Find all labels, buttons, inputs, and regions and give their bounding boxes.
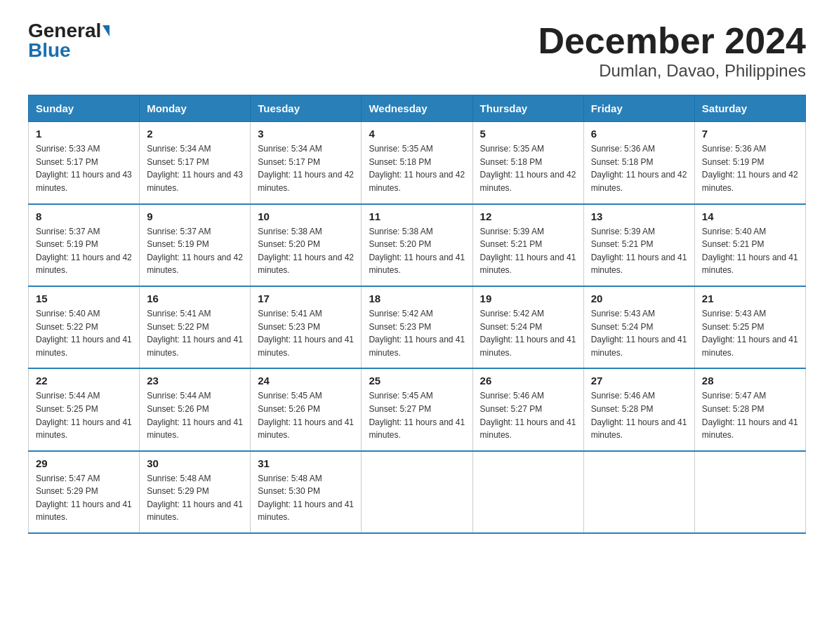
day-info: Sunrise: 5:39 AMSunset: 5:21 PMDaylight:… <box>480 227 576 276</box>
calendar-day-cell: 16 Sunrise: 5:41 AMSunset: 5:22 PMDaylig… <box>140 286 251 368</box>
day-number: 6 <box>591 128 687 140</box>
calendar-day-cell: 28 Sunrise: 5:47 AMSunset: 5:28 PMDaylig… <box>694 368 805 450</box>
calendar-day-cell <box>583 451 694 533</box>
calendar-day-cell: 2 Sunrise: 5:34 AMSunset: 5:17 PMDayligh… <box>140 122 251 204</box>
day-number: 25 <box>369 375 465 387</box>
day-info: Sunrise: 5:45 AMSunset: 5:27 PMDaylight:… <box>369 391 465 440</box>
day-info: Sunrise: 5:36 AMSunset: 5:18 PMDaylight:… <box>591 144 687 193</box>
day-info: Sunrise: 5:40 AMSunset: 5:21 PMDaylight:… <box>702 227 798 276</box>
calendar-week-row: 15 Sunrise: 5:40 AMSunset: 5:22 PMDaylig… <box>29 286 806 368</box>
calendar-header-row: SundayMondayTuesdayWednesdayThursdayFrid… <box>29 95 806 122</box>
day-info: Sunrise: 5:41 AMSunset: 5:23 PMDaylight:… <box>258 309 354 358</box>
day-number: 27 <box>591 375 687 387</box>
calendar-day-cell: 14 Sunrise: 5:40 AMSunset: 5:21 PMDaylig… <box>694 204 805 286</box>
day-number: 10 <box>258 210 354 222</box>
calendar-day-cell: 3 Sunrise: 5:34 AMSunset: 5:17 PMDayligh… <box>251 122 362 204</box>
day-info: Sunrise: 5:44 AMSunset: 5:25 PMDaylight:… <box>36 391 132 440</box>
logo-general-text: General <box>28 21 101 41</box>
calendar-day-cell: 25 Sunrise: 5:45 AMSunset: 5:27 PMDaylig… <box>362 368 472 450</box>
calendar-day-cell: 1 Sunrise: 5:33 AMSunset: 5:17 PMDayligh… <box>29 122 140 204</box>
calendar-day-cell: 31 Sunrise: 5:48 AMSunset: 5:30 PMDaylig… <box>251 451 362 533</box>
day-info: Sunrise: 5:35 AMSunset: 5:18 PMDaylight:… <box>369 144 465 193</box>
day-info: Sunrise: 5:43 AMSunset: 5:25 PMDaylight:… <box>702 309 798 358</box>
day-number: 24 <box>258 375 354 387</box>
logo-triangle-icon <box>102 25 110 36</box>
calendar-header-saturday: Saturday <box>694 95 805 122</box>
calendar-day-cell: 23 Sunrise: 5:44 AMSunset: 5:26 PMDaylig… <box>140 368 251 450</box>
day-number: 9 <box>147 210 243 222</box>
day-info: Sunrise: 5:42 AMSunset: 5:24 PMDaylight:… <box>480 309 576 358</box>
day-info: Sunrise: 5:44 AMSunset: 5:26 PMDaylight:… <box>147 391 243 440</box>
day-number: 22 <box>36 375 132 387</box>
calendar-header-wednesday: Wednesday <box>362 95 472 122</box>
calendar-day-cell: 12 Sunrise: 5:39 AMSunset: 5:21 PMDaylig… <box>472 204 583 286</box>
calendar-day-cell <box>472 451 583 533</box>
day-info: Sunrise: 5:42 AMSunset: 5:23 PMDaylight:… <box>369 309 465 358</box>
calendar-day-cell: 21 Sunrise: 5:43 AMSunset: 5:25 PMDaylig… <box>694 286 805 368</box>
day-info: Sunrise: 5:34 AMSunset: 5:17 PMDaylight:… <box>258 144 354 193</box>
day-number: 1 <box>36 128 132 140</box>
day-info: Sunrise: 5:33 AMSunset: 5:17 PMDaylight:… <box>36 144 132 193</box>
day-number: 18 <box>369 293 465 304</box>
day-info: Sunrise: 5:47 AMSunset: 5:29 PMDaylight:… <box>36 474 132 523</box>
day-info: Sunrise: 5:37 AMSunset: 5:19 PMDaylight:… <box>36 227 132 276</box>
day-info: Sunrise: 5:34 AMSunset: 5:17 PMDaylight:… <box>147 144 243 193</box>
calendar-day-cell: 24 Sunrise: 5:45 AMSunset: 5:26 PMDaylig… <box>251 368 362 450</box>
day-info: Sunrise: 5:46 AMSunset: 5:28 PMDaylight:… <box>591 391 687 440</box>
calendar-day-cell: 15 Sunrise: 5:40 AMSunset: 5:22 PMDaylig… <box>29 286 140 368</box>
day-number: 30 <box>147 457 243 469</box>
calendar-header-thursday: Thursday <box>472 95 583 122</box>
day-number: 8 <box>36 210 132 222</box>
day-info: Sunrise: 5:45 AMSunset: 5:26 PMDaylight:… <box>258 391 354 440</box>
day-number: 28 <box>702 375 798 387</box>
calendar-day-cell <box>362 451 472 533</box>
calendar-day-cell: 10 Sunrise: 5:38 AMSunset: 5:20 PMDaylig… <box>251 204 362 286</box>
title-area: December 2024 Dumlan, Davao, Philippines <box>538 21 806 81</box>
calendar-header-monday: Monday <box>140 95 251 122</box>
calendar-day-cell: 17 Sunrise: 5:41 AMSunset: 5:23 PMDaylig… <box>251 286 362 368</box>
calendar-day-cell: 27 Sunrise: 5:46 AMSunset: 5:28 PMDaylig… <box>583 368 694 450</box>
day-number: 13 <box>591 210 687 222</box>
page-subtitle: Dumlan, Davao, Philippines <box>538 61 806 81</box>
calendar-day-cell: 20 Sunrise: 5:43 AMSunset: 5:24 PMDaylig… <box>583 286 694 368</box>
calendar-day-cell: 18 Sunrise: 5:42 AMSunset: 5:23 PMDaylig… <box>362 286 472 368</box>
day-info: Sunrise: 5:48 AMSunset: 5:30 PMDaylight:… <box>258 474 354 523</box>
day-number: 16 <box>147 293 243 304</box>
calendar-day-cell: 22 Sunrise: 5:44 AMSunset: 5:25 PMDaylig… <box>29 368 140 450</box>
calendar-day-cell: 29 Sunrise: 5:47 AMSunset: 5:29 PMDaylig… <box>29 451 140 533</box>
calendar-day-cell: 30 Sunrise: 5:48 AMSunset: 5:29 PMDaylig… <box>140 451 251 533</box>
day-number: 12 <box>480 210 576 222</box>
day-info: Sunrise: 5:40 AMSunset: 5:22 PMDaylight:… <box>36 309 132 358</box>
calendar-week-row: 1 Sunrise: 5:33 AMSunset: 5:17 PMDayligh… <box>29 122 806 204</box>
day-number: 21 <box>702 293 798 304</box>
day-info: Sunrise: 5:48 AMSunset: 5:29 PMDaylight:… <box>147 474 243 523</box>
day-info: Sunrise: 5:37 AMSunset: 5:19 PMDaylight:… <box>147 227 243 276</box>
calendar-day-cell: 9 Sunrise: 5:37 AMSunset: 5:19 PMDayligh… <box>140 204 251 286</box>
day-info: Sunrise: 5:43 AMSunset: 5:24 PMDaylight:… <box>591 309 687 358</box>
day-number: 11 <box>369 210 465 222</box>
calendar-day-cell <box>694 451 805 533</box>
day-info: Sunrise: 5:46 AMSunset: 5:27 PMDaylight:… <box>480 391 576 440</box>
calendar-header-tuesday: Tuesday <box>251 95 362 122</box>
calendar-week-row: 8 Sunrise: 5:37 AMSunset: 5:19 PMDayligh… <box>29 204 806 286</box>
day-number: 2 <box>147 128 243 140</box>
day-number: 26 <box>480 375 576 387</box>
day-number: 17 <box>258 293 354 304</box>
day-number: 29 <box>36 457 132 469</box>
calendar-day-cell: 8 Sunrise: 5:37 AMSunset: 5:19 PMDayligh… <box>29 204 140 286</box>
calendar-day-cell: 13 Sunrise: 5:39 AMSunset: 5:21 PMDaylig… <box>583 204 694 286</box>
day-number: 31 <box>258 457 354 469</box>
day-number: 3 <box>258 128 354 140</box>
day-number: 4 <box>369 128 465 140</box>
calendar-header-friday: Friday <box>583 95 694 122</box>
day-number: 15 <box>36 293 132 304</box>
logo-blue-text: Blue <box>28 41 71 60</box>
day-info: Sunrise: 5:39 AMSunset: 5:21 PMDaylight:… <box>591 227 687 276</box>
day-info: Sunrise: 5:38 AMSunset: 5:20 PMDaylight:… <box>258 227 354 276</box>
calendar-week-row: 29 Sunrise: 5:47 AMSunset: 5:29 PMDaylig… <box>29 451 806 533</box>
calendar-day-cell: 4 Sunrise: 5:35 AMSunset: 5:18 PMDayligh… <box>362 122 472 204</box>
day-number: 14 <box>702 210 798 222</box>
calendar-week-row: 22 Sunrise: 5:44 AMSunset: 5:25 PMDaylig… <box>29 368 806 450</box>
day-number: 5 <box>480 128 576 140</box>
calendar-day-cell: 19 Sunrise: 5:42 AMSunset: 5:24 PMDaylig… <box>472 286 583 368</box>
